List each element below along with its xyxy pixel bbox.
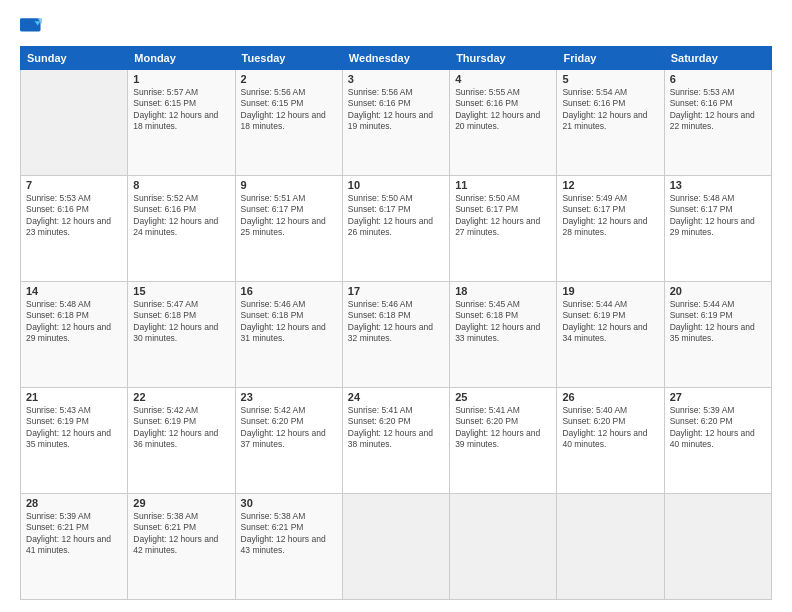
calendar-cell: 28Sunrise: 5:39 AMSunset: 6:21 PMDayligh… <box>21 494 128 600</box>
calendar-table: SundayMondayTuesdayWednesdayThursdayFrid… <box>20 46 772 600</box>
day-number: 3 <box>348 73 444 85</box>
day-info: Sunrise: 5:46 AMSunset: 6:18 PMDaylight:… <box>348 299 444 345</box>
calendar-cell: 14Sunrise: 5:48 AMSunset: 6:18 PMDayligh… <box>21 282 128 388</box>
calendar-cell: 5Sunrise: 5:54 AMSunset: 6:16 PMDaylight… <box>557 70 664 176</box>
day-number: 22 <box>133 391 229 403</box>
column-header-wednesday: Wednesday <box>342 47 449 70</box>
day-info: Sunrise: 5:57 AMSunset: 6:15 PMDaylight:… <box>133 87 229 133</box>
calendar-cell: 22Sunrise: 5:42 AMSunset: 6:19 PMDayligh… <box>128 388 235 494</box>
week-row-5: 28Sunrise: 5:39 AMSunset: 6:21 PMDayligh… <box>21 494 772 600</box>
calendar-cell: 11Sunrise: 5:50 AMSunset: 6:17 PMDayligh… <box>450 176 557 282</box>
calendar-cell: 9Sunrise: 5:51 AMSunset: 6:17 PMDaylight… <box>235 176 342 282</box>
day-number: 24 <box>348 391 444 403</box>
calendar-page: SundayMondayTuesdayWednesdayThursdayFrid… <box>0 0 792 612</box>
day-info: Sunrise: 5:53 AMSunset: 6:16 PMDaylight:… <box>26 193 122 239</box>
day-info: Sunrise: 5:54 AMSunset: 6:16 PMDaylight:… <box>562 87 658 133</box>
day-number: 29 <box>133 497 229 509</box>
week-row-4: 21Sunrise: 5:43 AMSunset: 6:19 PMDayligh… <box>21 388 772 494</box>
day-number: 16 <box>241 285 337 297</box>
calendar-cell: 2Sunrise: 5:56 AMSunset: 6:15 PMDaylight… <box>235 70 342 176</box>
calendar-cell <box>21 70 128 176</box>
day-number: 19 <box>562 285 658 297</box>
calendar-cell: 24Sunrise: 5:41 AMSunset: 6:20 PMDayligh… <box>342 388 449 494</box>
column-header-saturday: Saturday <box>664 47 771 70</box>
calendar-cell: 20Sunrise: 5:44 AMSunset: 6:19 PMDayligh… <box>664 282 771 388</box>
day-info: Sunrise: 5:48 AMSunset: 6:18 PMDaylight:… <box>26 299 122 345</box>
calendar-cell: 15Sunrise: 5:47 AMSunset: 6:18 PMDayligh… <box>128 282 235 388</box>
day-info: Sunrise: 5:44 AMSunset: 6:19 PMDaylight:… <box>562 299 658 345</box>
day-info: Sunrise: 5:47 AMSunset: 6:18 PMDaylight:… <box>133 299 229 345</box>
day-number: 17 <box>348 285 444 297</box>
day-number: 14 <box>26 285 122 297</box>
calendar-cell <box>450 494 557 600</box>
calendar-cell: 8Sunrise: 5:52 AMSunset: 6:16 PMDaylight… <box>128 176 235 282</box>
calendar-cell: 30Sunrise: 5:38 AMSunset: 6:21 PMDayligh… <box>235 494 342 600</box>
day-number: 26 <box>562 391 658 403</box>
day-info: Sunrise: 5:39 AMSunset: 6:20 PMDaylight:… <box>670 405 766 451</box>
day-info: Sunrise: 5:51 AMSunset: 6:17 PMDaylight:… <box>241 193 337 239</box>
calendar-cell: 7Sunrise: 5:53 AMSunset: 6:16 PMDaylight… <box>21 176 128 282</box>
day-info: Sunrise: 5:38 AMSunset: 6:21 PMDaylight:… <box>133 511 229 557</box>
day-number: 28 <box>26 497 122 509</box>
day-info: Sunrise: 5:56 AMSunset: 6:15 PMDaylight:… <box>241 87 337 133</box>
calendar-cell: 1Sunrise: 5:57 AMSunset: 6:15 PMDaylight… <box>128 70 235 176</box>
day-info: Sunrise: 5:43 AMSunset: 6:19 PMDaylight:… <box>26 405 122 451</box>
column-header-friday: Friday <box>557 47 664 70</box>
day-number: 11 <box>455 179 551 191</box>
day-info: Sunrise: 5:44 AMSunset: 6:19 PMDaylight:… <box>670 299 766 345</box>
day-number: 20 <box>670 285 766 297</box>
day-info: Sunrise: 5:53 AMSunset: 6:16 PMDaylight:… <box>670 87 766 133</box>
calendar-cell <box>557 494 664 600</box>
day-info: Sunrise: 5:52 AMSunset: 6:16 PMDaylight:… <box>133 193 229 239</box>
day-info: Sunrise: 5:41 AMSunset: 6:20 PMDaylight:… <box>455 405 551 451</box>
calendar-cell: 17Sunrise: 5:46 AMSunset: 6:18 PMDayligh… <box>342 282 449 388</box>
day-info: Sunrise: 5:42 AMSunset: 6:19 PMDaylight:… <box>133 405 229 451</box>
column-header-sunday: Sunday <box>21 47 128 70</box>
day-info: Sunrise: 5:46 AMSunset: 6:18 PMDaylight:… <box>241 299 337 345</box>
day-number: 23 <box>241 391 337 403</box>
calendar-cell <box>664 494 771 600</box>
day-info: Sunrise: 5:56 AMSunset: 6:16 PMDaylight:… <box>348 87 444 133</box>
day-number: 30 <box>241 497 337 509</box>
calendar-cell: 12Sunrise: 5:49 AMSunset: 6:17 PMDayligh… <box>557 176 664 282</box>
day-number: 13 <box>670 179 766 191</box>
day-number: 5 <box>562 73 658 85</box>
day-number: 8 <box>133 179 229 191</box>
calendar-cell: 27Sunrise: 5:39 AMSunset: 6:20 PMDayligh… <box>664 388 771 494</box>
calendar-cell <box>342 494 449 600</box>
calendar-cell: 19Sunrise: 5:44 AMSunset: 6:19 PMDayligh… <box>557 282 664 388</box>
day-info: Sunrise: 5:50 AMSunset: 6:17 PMDaylight:… <box>455 193 551 239</box>
calendar-cell: 3Sunrise: 5:56 AMSunset: 6:16 PMDaylight… <box>342 70 449 176</box>
calendar-cell: 21Sunrise: 5:43 AMSunset: 6:19 PMDayligh… <box>21 388 128 494</box>
day-info: Sunrise: 5:38 AMSunset: 6:21 PMDaylight:… <box>241 511 337 557</box>
day-number: 9 <box>241 179 337 191</box>
day-number: 27 <box>670 391 766 403</box>
day-info: Sunrise: 5:40 AMSunset: 6:20 PMDaylight:… <box>562 405 658 451</box>
calendar-cell: 6Sunrise: 5:53 AMSunset: 6:16 PMDaylight… <box>664 70 771 176</box>
day-number: 25 <box>455 391 551 403</box>
day-number: 10 <box>348 179 444 191</box>
day-info: Sunrise: 5:41 AMSunset: 6:20 PMDaylight:… <box>348 405 444 451</box>
header-row: SundayMondayTuesdayWednesdayThursdayFrid… <box>21 47 772 70</box>
day-number: 6 <box>670 73 766 85</box>
calendar-cell: 10Sunrise: 5:50 AMSunset: 6:17 PMDayligh… <box>342 176 449 282</box>
column-header-monday: Monday <box>128 47 235 70</box>
calendar-cell: 13Sunrise: 5:48 AMSunset: 6:17 PMDayligh… <box>664 176 771 282</box>
day-number: 21 <box>26 391 122 403</box>
day-info: Sunrise: 5:42 AMSunset: 6:20 PMDaylight:… <box>241 405 337 451</box>
header <box>20 18 772 36</box>
day-info: Sunrise: 5:39 AMSunset: 6:21 PMDaylight:… <box>26 511 122 557</box>
calendar-cell: 16Sunrise: 5:46 AMSunset: 6:18 PMDayligh… <box>235 282 342 388</box>
day-info: Sunrise: 5:50 AMSunset: 6:17 PMDaylight:… <box>348 193 444 239</box>
day-number: 7 <box>26 179 122 191</box>
week-row-1: 1Sunrise: 5:57 AMSunset: 6:15 PMDaylight… <box>21 70 772 176</box>
week-row-2: 7Sunrise: 5:53 AMSunset: 6:16 PMDaylight… <box>21 176 772 282</box>
calendar-cell: 23Sunrise: 5:42 AMSunset: 6:20 PMDayligh… <box>235 388 342 494</box>
day-number: 1 <box>133 73 229 85</box>
calendar-cell: 18Sunrise: 5:45 AMSunset: 6:18 PMDayligh… <box>450 282 557 388</box>
day-info: Sunrise: 5:45 AMSunset: 6:18 PMDaylight:… <box>455 299 551 345</box>
calendar-cell: 29Sunrise: 5:38 AMSunset: 6:21 PMDayligh… <box>128 494 235 600</box>
day-info: Sunrise: 5:49 AMSunset: 6:17 PMDaylight:… <box>562 193 658 239</box>
calendar-cell: 25Sunrise: 5:41 AMSunset: 6:20 PMDayligh… <box>450 388 557 494</box>
day-number: 12 <box>562 179 658 191</box>
